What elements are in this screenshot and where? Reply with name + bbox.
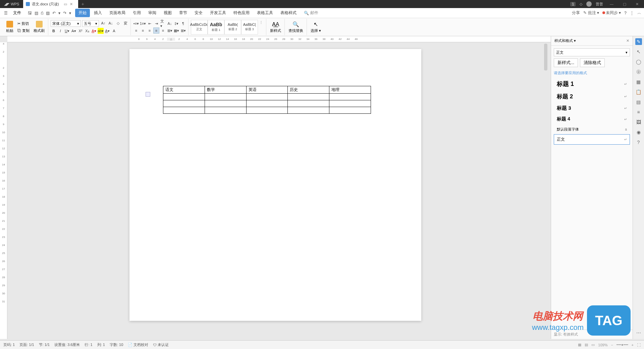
status-section[interactable]: 节: 1/1 xyxy=(39,342,50,347)
clear-format-button[interactable]: ◇ xyxy=(115,20,121,26)
shape-pane-icon[interactable]: ◯ xyxy=(635,58,642,65)
property-pane-icon[interactable]: ▦ xyxy=(635,79,642,85)
table-cell[interactable]: 地理 xyxy=(329,86,371,94)
status-words[interactable]: 字数: 10 xyxy=(110,342,123,347)
subscript-button[interactable]: X₂ xyxy=(84,28,90,34)
export-icon[interactable]: ▨ xyxy=(46,11,50,15)
text-direction-button[interactable]: 文▾ xyxy=(160,20,166,27)
status-position[interactable]: 设置值: 3.6厘米 xyxy=(54,342,80,347)
file-menu[interactable]: 文件 xyxy=(10,9,24,17)
scrollbar-thumb[interactable] xyxy=(544,44,547,70)
table-cell[interactable]: 历史 xyxy=(288,86,329,94)
hamburger-icon[interactable]: ☰ xyxy=(3,9,9,17)
align-left-button[interactable]: ≡ xyxy=(133,28,139,34)
status-page[interactable]: 页面: 1/1 xyxy=(19,342,34,347)
borders-button[interactable]: ⊞▾ xyxy=(180,28,186,34)
new-style-button[interactable]: 新样式... xyxy=(554,58,578,67)
style-body[interactable]: AaBbCcDd正文 xyxy=(191,20,208,35)
clipboard-pane-icon[interactable]: 📋 xyxy=(635,89,642,95)
tab-menu-icon[interactable]: ▭ xyxy=(64,2,67,6)
help-pane-icon[interactable]: ? xyxy=(635,139,642,146)
status-column[interactable]: 列: 1 xyxy=(97,342,105,347)
decrease-font-button[interactable]: A↓ xyxy=(108,20,114,26)
help-icon[interactable]: ? xyxy=(624,11,627,15)
tab-start[interactable]: 开始 xyxy=(75,9,90,17)
tab-table-style[interactable]: 表格样式 xyxy=(277,9,300,17)
outline-pane-icon[interactable]: ≡ xyxy=(635,109,642,115)
zoom-level[interactable]: 109% xyxy=(598,343,607,347)
current-style-select[interactable]: 正文 ▾ xyxy=(554,48,630,56)
undo-icon[interactable]: ↶ xyxy=(52,11,56,15)
tab-dev-tools[interactable]: 开发工具 xyxy=(207,9,229,17)
tab-section[interactable]: 章节 xyxy=(176,9,191,17)
document-table[interactable]: 语文 数学 英语 历史 地理 xyxy=(163,86,371,114)
comment-button[interactable]: ✎ 批注 ▾ xyxy=(583,10,599,16)
share-button[interactable]: 分享 xyxy=(572,10,580,16)
underline-button[interactable]: U▾ xyxy=(64,28,70,34)
image-pane-icon[interactable]: 🖼 xyxy=(635,119,642,126)
zoom-in-icon[interactable]: + xyxy=(632,343,634,347)
save-icon[interactable]: 🖫 xyxy=(28,11,32,15)
redo-icon[interactable]: ↷ xyxy=(63,11,66,15)
wps-logo[interactable]: ◢◤ WPS xyxy=(0,2,23,6)
panel-close-icon[interactable]: ✕ xyxy=(626,39,629,43)
backup-pane-icon[interactable]: ◉ xyxy=(635,129,642,136)
table-cell[interactable]: 英语 xyxy=(246,86,288,94)
style-item-h3[interactable]: 标题 3↵ xyxy=(554,103,630,114)
print-preview-icon[interactable]: ▤ xyxy=(35,11,38,15)
sort-button[interactable]: A↓ xyxy=(167,20,173,27)
limit-pane-icon[interactable]: ㊎ xyxy=(635,68,642,75)
bullet-list-button[interactable]: •≡▾ xyxy=(133,20,139,27)
number-list-button[interactable]: 1≡▾ xyxy=(140,20,146,27)
search-box[interactable]: 🔍 邮件 xyxy=(301,10,318,16)
new-tab-button[interactable]: + xyxy=(78,1,88,7)
view-web-icon[interactable]: ▭ xyxy=(591,343,595,347)
style-heading1[interactable]: AaBb标题 1 xyxy=(208,20,224,35)
vertical-ruler[interactable]: 42 2345 6789 10111213 14151617 18192021 … xyxy=(0,42,7,339)
undo-dropdown-icon[interactable]: ▾ xyxy=(58,11,60,15)
close-button[interactable]: ✕ xyxy=(633,2,641,6)
table-cell[interactable]: 数学 xyxy=(205,86,246,94)
align-justify-button[interactable]: ≡ xyxy=(153,28,159,34)
phonetic-button[interactable]: 変 xyxy=(122,20,128,26)
highlight-button[interactable]: ab▾ xyxy=(98,28,104,34)
print-icon[interactable]: ⎙ xyxy=(41,11,43,15)
font-color-button[interactable]: A▾ xyxy=(91,28,97,34)
document-area[interactable]: 语文 数学 英语 历史 地理 xyxy=(7,42,543,339)
font-name-select[interactable]: 宋体 (正文)▾ xyxy=(51,20,81,27)
page[interactable]: 语文 数学 英语 历史 地理 xyxy=(129,49,421,321)
notification-badge[interactable]: 1 xyxy=(570,2,576,6)
increase-indent-button[interactable]: ⇥ xyxy=(153,20,159,27)
style-item-h1[interactable]: 标题 1↵ xyxy=(554,78,630,90)
status-proofing[interactable]: 📄 文档校对 xyxy=(128,342,148,347)
tab-review[interactable]: 审阅 xyxy=(145,9,160,17)
nav-pane-icon[interactable]: ▤ xyxy=(635,99,642,105)
minimize-button[interactable]: — xyxy=(607,2,616,6)
styles-more-button[interactable]: ⋮ xyxy=(258,20,264,26)
tab-security[interactable]: 安全 xyxy=(191,9,206,17)
redo-dropdown-icon[interactable]: ▾ xyxy=(69,11,71,15)
view-print-icon[interactable]: ▦ xyxy=(578,343,581,347)
maximize-button[interactable]: ▢ xyxy=(620,2,629,6)
distribute-button[interactable]: ≡ xyxy=(160,28,166,34)
tab-page-layout[interactable]: 页面布局 xyxy=(106,9,129,17)
status-auth[interactable]: 🛡 未认证 xyxy=(153,342,169,347)
increase-font-button[interactable]: A↑ xyxy=(100,20,106,26)
paste-button[interactable]: 粘贴 xyxy=(5,20,15,34)
fit-page-icon[interactable]: ⛶ xyxy=(637,343,641,347)
superscript-button[interactable]: X² xyxy=(77,28,84,34)
italic-button[interactable]: I xyxy=(57,28,63,34)
copy-button[interactable]: ⿻复制 xyxy=(17,28,30,34)
more-panes-icon[interactable]: ⋯ xyxy=(635,330,642,336)
status-line[interactable]: 行: 1 xyxy=(85,342,92,347)
collapse-ribbon-icon[interactable]: ︿ xyxy=(637,10,641,16)
tab-view[interactable]: 视图 xyxy=(160,9,175,17)
insert-handle-icon[interactable] xyxy=(146,92,150,97)
view-read-icon[interactable]: ▤ xyxy=(585,343,588,347)
clear-format-button[interactable]: 清除格式 xyxy=(580,58,605,67)
decrease-indent-button[interactable]: ⇤ xyxy=(147,20,153,27)
style-item-default[interactable]: 默认段落字体a xyxy=(554,124,630,134)
avatar[interactable] xyxy=(586,1,592,7)
char-shading-button[interactable]: A▾ xyxy=(104,28,110,34)
shading-button[interactable]: ▦▾ xyxy=(173,28,179,34)
